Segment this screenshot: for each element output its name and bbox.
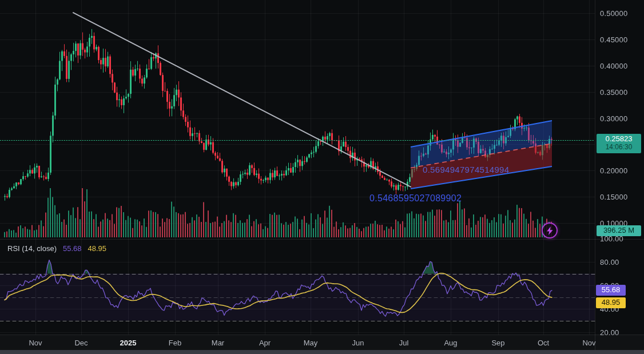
time-tick-label: Apr xyxy=(259,339,271,347)
rsi-tick-label: 20.00 xyxy=(600,328,619,337)
price-tick-label: 0.40000 xyxy=(600,61,627,70)
time-tick-label: Mar xyxy=(212,339,224,347)
rsi-header-value: 55.68 xyxy=(63,244,82,253)
rsi-indicator-header[interactable]: RSI (14, close) 55.68 48.95 xyxy=(7,244,106,253)
channel-price-annotation: 0.5694947974514994 xyxy=(423,165,509,174)
rsi-indicator-title: RSI (14, close) xyxy=(7,244,57,253)
time-tick-label: Feb xyxy=(169,339,181,347)
time-tick-label: Jun xyxy=(352,339,364,347)
time-tick-label: Jul xyxy=(399,339,409,347)
rsi-value-badge: 55.68 xyxy=(596,285,626,296)
trading-chart-app: RSI (14, close) 55.68 48.95 0.500000.450… xyxy=(0,0,644,354)
time-tick-label: Nov xyxy=(582,339,595,347)
price-tick-label: 0.35000 xyxy=(600,87,627,96)
time-tick-label: May xyxy=(304,339,318,347)
price-tick-label: 0.15000 xyxy=(600,193,627,201)
current-price-value: 0.25823 xyxy=(597,135,641,144)
current-price-badge: 0.25823 14:06:30 xyxy=(597,134,641,153)
time-tick-label: Oct xyxy=(538,339,549,347)
time-tick-label: Sep xyxy=(491,339,504,347)
trendline-price-annotation: 0.5468595027089902 xyxy=(369,193,462,204)
rsi-ma-value-badge: 48.95 xyxy=(596,297,626,308)
rsi-tick-label: 80.00 xyxy=(600,258,619,267)
chart-canvas[interactable] xyxy=(0,0,644,354)
countdown-timer: 14:06:30 xyxy=(597,144,641,152)
time-tick-label: Dec xyxy=(74,339,88,347)
lightning-icon xyxy=(546,226,554,235)
rsi-header-ma-value: 48.95 xyxy=(88,244,107,253)
volume-badge: 396.25 M xyxy=(597,225,641,236)
lightning-button[interactable] xyxy=(542,222,558,238)
time-tick-label: 2025 xyxy=(120,339,137,347)
price-tick-label: 0.20000 xyxy=(600,166,627,175)
time-tick-label: Aug xyxy=(444,339,457,347)
time-tick-label: Nov xyxy=(29,339,42,347)
price-tick-label: 0.50000 xyxy=(600,9,627,18)
price-tick-label: 0.30000 xyxy=(600,114,627,122)
price-tick-label: 0.45000 xyxy=(600,35,627,43)
